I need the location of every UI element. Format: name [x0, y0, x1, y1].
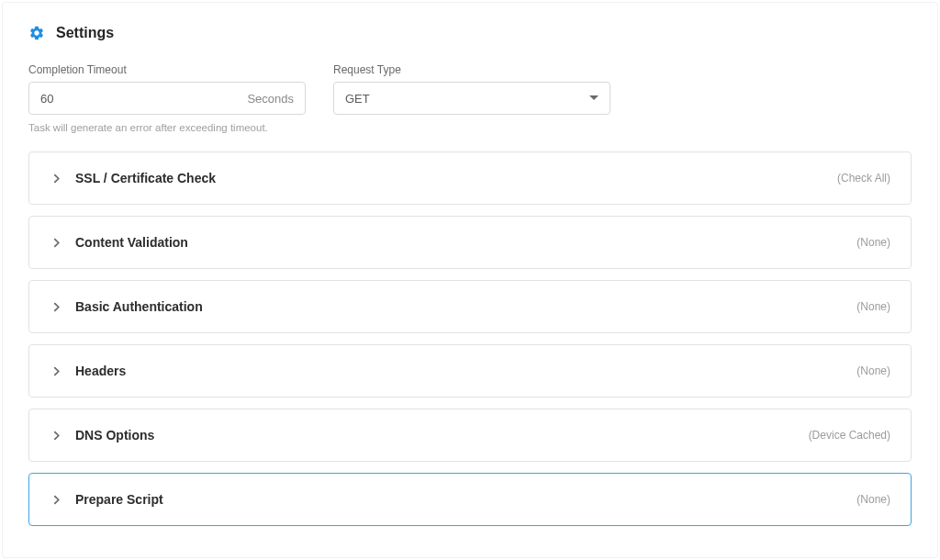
- accordion-status: (None): [856, 364, 890, 377]
- accordion-item[interactable]: SSL / Certificate Check(Check All): [28, 151, 912, 205]
- accordion-item[interactable]: DNS Options(Device Cached): [28, 409, 912, 462]
- completion-timeout-label: Completion Timeout: [28, 63, 306, 76]
- settings-accordion-list: SSL / Certificate Check(Check All)Conten…: [28, 151, 912, 526]
- request-type-group: Request Type GET: [333, 63, 610, 115]
- completion-timeout-input[interactable]: [29, 83, 247, 114]
- accordion-status: (Device Cached): [809, 429, 890, 442]
- settings-header: Settings: [28, 25, 912, 41]
- accordion-item[interactable]: Content Validation(None): [28, 216, 912, 269]
- chevron-right-icon: [50, 429, 62, 442]
- chevron-right-icon: [50, 236, 62, 249]
- accordion-item[interactable]: Headers(None): [28, 344, 912, 398]
- completion-timeout-suffix: Seconds: [247, 92, 305, 106]
- chevron-right-icon: [50, 172, 62, 185]
- caret-down-icon: [589, 95, 610, 101]
- accordion-title: Basic Authentication: [75, 299, 856, 314]
- page-title: Settings: [56, 25, 114, 41]
- chevron-right-icon: [50, 493, 62, 506]
- request-type-select[interactable]: GET: [333, 82, 610, 115]
- accordion-status: (None): [856, 493, 890, 506]
- completion-timeout-group: Completion Timeout Seconds: [28, 63, 306, 115]
- gear-icon: [28, 25, 45, 41]
- completion-timeout-input-wrapper[interactable]: Seconds: [28, 82, 306, 115]
- accordion-title: Prepare Script: [75, 492, 856, 507]
- chevron-right-icon: [50, 364, 62, 377]
- accordion-status: (Check All): [837, 172, 890, 185]
- request-type-value: GET: [334, 92, 589, 106]
- accordion-status: (None): [856, 236, 890, 249]
- accordion-status: (None): [856, 300, 890, 313]
- accordion-item[interactable]: Basic Authentication(None): [28, 280, 912, 333]
- accordion-title: DNS Options: [75, 428, 809, 442]
- accordion-title: SSL / Certificate Check: [75, 171, 837, 185]
- accordion-title: Content Validation: [75, 235, 856, 250]
- accordion-title: Headers: [75, 364, 856, 378]
- chevron-right-icon: [50, 300, 62, 313]
- completion-timeout-help: Task will generate an error after exceed…: [28, 122, 912, 133]
- request-type-label: Request Type: [333, 63, 610, 76]
- accordion-item[interactable]: Prepare Script(None): [28, 473, 912, 526]
